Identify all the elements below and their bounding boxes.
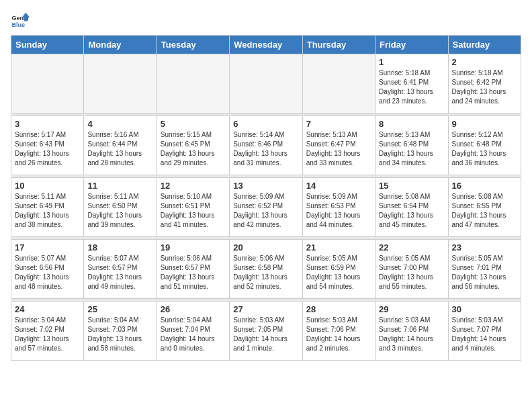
day-detail: Sunrise: 5:13 AMSunset: 6:48 PMDaylight:… <box>379 130 444 168</box>
day-number: 29 <box>379 304 444 314</box>
day-number: 23 <box>452 242 517 253</box>
logo-icon: General Blue <box>11 11 30 30</box>
calendar-cell: 8Sunrise: 5:13 AMSunset: 6:48 PMDaylight… <box>375 116 448 175</box>
day-number: 30 <box>452 304 517 314</box>
day-detail: Sunrise: 5:05 AMSunset: 7:01 PMDaylight:… <box>452 254 517 291</box>
day-number: 27 <box>233 304 298 314</box>
calendar-header: SundayMondayTuesdayWednesdayThursdayFrid… <box>11 36 521 54</box>
calendar-week-2: 3Sunrise: 5:17 AMSunset: 6:43 PMDaylight… <box>11 116 521 175</box>
day-number: 28 <box>306 304 371 314</box>
day-number: 13 <box>233 181 298 191</box>
day-number: 15 <box>379 181 444 191</box>
calendar-cell: 7Sunrise: 5:13 AMSunset: 6:47 PMDaylight… <box>302 116 375 175</box>
calendar-cell: 2Sunrise: 5:18 AMSunset: 6:42 PMDaylight… <box>448 54 521 113</box>
day-number: 6 <box>233 119 298 129</box>
day-number: 1 <box>379 57 444 67</box>
calendar-table: SundayMondayTuesdayWednesdayThursdayFrid… <box>11 35 521 361</box>
day-number: 25 <box>87 304 152 314</box>
weekday-header-wednesday: Wednesday <box>230 36 302 54</box>
weekday-header-saturday: Saturday <box>448 36 521 54</box>
day-number: 7 <box>306 119 371 129</box>
calendar-cell <box>230 54 302 113</box>
day-number: 9 <box>452 119 517 129</box>
calendar-cell: 29Sunrise: 5:03 AMSunset: 7:06 PMDayligh… <box>375 302 448 361</box>
day-number: 10 <box>15 181 80 191</box>
calendar-cell: 12Sunrise: 5:10 AMSunset: 6:51 PMDayligh… <box>157 178 229 237</box>
calendar-cell <box>11 54 84 113</box>
day-number: 2 <box>452 57 517 67</box>
calendar-cell: 18Sunrise: 5:07 AMSunset: 6:57 PMDayligh… <box>84 240 157 299</box>
calendar-cell: 10Sunrise: 5:11 AMSunset: 6:49 PMDayligh… <box>11 178 84 237</box>
day-number: 11 <box>87 181 152 191</box>
weekday-header-thursday: Thursday <box>302 36 375 54</box>
day-number: 16 <box>452 181 517 191</box>
day-detail: Sunrise: 5:05 AMSunset: 6:59 PMDaylight:… <box>306 254 371 291</box>
day-detail: Sunrise: 5:06 AMSunset: 6:58 PMDaylight:… <box>233 254 298 291</box>
day-number: 20 <box>233 242 298 253</box>
day-detail: Sunrise: 5:17 AMSunset: 6:43 PMDaylight:… <box>15 130 80 168</box>
day-number: 18 <box>87 242 152 253</box>
day-number: 22 <box>379 242 444 253</box>
day-detail: Sunrise: 5:04 AMSunset: 7:04 PMDaylight:… <box>161 316 226 353</box>
calendar-cell: 16Sunrise: 5:08 AMSunset: 6:55 PMDayligh… <box>448 178 521 237</box>
day-detail: Sunrise: 5:03 AMSunset: 7:06 PMDaylight:… <box>306 316 371 353</box>
day-detail: Sunrise: 5:07 AMSunset: 6:56 PMDaylight:… <box>15 254 80 291</box>
logo: General Blue <box>11 11 30 30</box>
calendar-week-5: 24Sunrise: 5:04 AMSunset: 7:02 PMDayligh… <box>11 302 521 361</box>
day-number: 8 <box>379 119 444 129</box>
calendar-week-3: 10Sunrise: 5:11 AMSunset: 6:49 PMDayligh… <box>11 178 521 237</box>
day-detail: Sunrise: 5:18 AMSunset: 6:42 PMDaylight:… <box>452 68 517 106</box>
day-detail: Sunrise: 5:03 AMSunset: 7:06 PMDaylight:… <box>379 316 444 353</box>
calendar-cell: 20Sunrise: 5:06 AMSunset: 6:58 PMDayligh… <box>230 240 302 299</box>
day-detail: Sunrise: 5:13 AMSunset: 6:47 PMDaylight:… <box>306 130 371 168</box>
day-number: 17 <box>15 242 80 253</box>
calendar-cell: 23Sunrise: 5:05 AMSunset: 7:01 PMDayligh… <box>448 240 521 299</box>
calendar-cell: 13Sunrise: 5:09 AMSunset: 6:52 PMDayligh… <box>230 178 302 237</box>
day-number: 24 <box>15 304 80 314</box>
day-detail: Sunrise: 5:10 AMSunset: 6:51 PMDaylight:… <box>161 192 226 230</box>
weekday-header-friday: Friday <box>375 36 448 54</box>
day-detail: Sunrise: 5:09 AMSunset: 6:53 PMDaylight:… <box>306 192 371 230</box>
calendar-cell: 28Sunrise: 5:03 AMSunset: 7:06 PMDayligh… <box>302 302 375 361</box>
calendar-cell: 11Sunrise: 5:11 AMSunset: 6:50 PMDayligh… <box>84 178 157 237</box>
day-detail: Sunrise: 5:14 AMSunset: 6:46 PMDaylight:… <box>233 130 298 168</box>
day-detail: Sunrise: 5:07 AMSunset: 6:57 PMDaylight:… <box>87 254 152 291</box>
weekday-header-sunday: Sunday <box>11 36 84 54</box>
day-detail: Sunrise: 5:03 AMSunset: 7:05 PMDaylight:… <box>233 316 298 353</box>
calendar-cell: 26Sunrise: 5:04 AMSunset: 7:04 PMDayligh… <box>157 302 229 361</box>
calendar-cell: 3Sunrise: 5:17 AMSunset: 6:43 PMDaylight… <box>11 116 84 175</box>
day-number: 21 <box>306 242 371 253</box>
day-detail: Sunrise: 5:06 AMSunset: 6:57 PMDaylight:… <box>161 254 226 291</box>
day-detail: Sunrise: 5:04 AMSunset: 7:02 PMDaylight:… <box>15 316 80 353</box>
calendar-week-1: 1Sunrise: 5:18 AMSunset: 6:41 PMDaylight… <box>11 54 521 113</box>
day-number: 19 <box>161 242 226 253</box>
day-number: 26 <box>161 304 226 314</box>
calendar-cell: 22Sunrise: 5:05 AMSunset: 7:00 PMDayligh… <box>375 240 448 299</box>
calendar-cell: 30Sunrise: 5:03 AMSunset: 7:07 PMDayligh… <box>448 302 521 361</box>
calendar-cell <box>302 54 375 113</box>
day-detail: Sunrise: 5:05 AMSunset: 7:00 PMDaylight:… <box>379 254 444 291</box>
calendar-cell: 1Sunrise: 5:18 AMSunset: 6:41 PMDaylight… <box>375 54 448 113</box>
day-detail: Sunrise: 5:11 AMSunset: 6:49 PMDaylight:… <box>15 192 80 230</box>
day-detail: Sunrise: 5:03 AMSunset: 7:07 PMDaylight:… <box>452 316 517 353</box>
weekday-header-tuesday: Tuesday <box>157 36 229 54</box>
calendar-cell: 19Sunrise: 5:06 AMSunset: 6:57 PMDayligh… <box>157 240 229 299</box>
calendar-cell: 5Sunrise: 5:15 AMSunset: 6:45 PMDaylight… <box>157 116 229 175</box>
calendar-cell: 17Sunrise: 5:07 AMSunset: 6:56 PMDayligh… <box>11 240 84 299</box>
day-detail: Sunrise: 5:11 AMSunset: 6:50 PMDaylight:… <box>87 192 152 230</box>
calendar-cell: 4Sunrise: 5:16 AMSunset: 6:44 PMDaylight… <box>84 116 157 175</box>
weekday-header-monday: Monday <box>84 36 157 54</box>
day-number: 14 <box>306 181 371 191</box>
day-detail: Sunrise: 5:12 AMSunset: 6:48 PMDaylight:… <box>452 130 517 168</box>
calendar-cell: 9Sunrise: 5:12 AMSunset: 6:48 PMDaylight… <box>448 116 521 175</box>
day-detail: Sunrise: 5:16 AMSunset: 6:44 PMDaylight:… <box>87 130 152 168</box>
calendar-cell: 24Sunrise: 5:04 AMSunset: 7:02 PMDayligh… <box>11 302 84 361</box>
calendar-cell: 14Sunrise: 5:09 AMSunset: 6:53 PMDayligh… <box>302 178 375 237</box>
calendar-cell <box>84 54 157 113</box>
calendar-cell: 25Sunrise: 5:04 AMSunset: 7:03 PMDayligh… <box>84 302 157 361</box>
day-number: 12 <box>161 181 226 191</box>
calendar-cell: 27Sunrise: 5:03 AMSunset: 7:05 PMDayligh… <box>230 302 302 361</box>
day-number: 4 <box>87 119 152 129</box>
calendar-week-4: 17Sunrise: 5:07 AMSunset: 6:56 PMDayligh… <box>11 240 521 299</box>
day-detail: Sunrise: 5:15 AMSunset: 6:45 PMDaylight:… <box>161 130 226 168</box>
